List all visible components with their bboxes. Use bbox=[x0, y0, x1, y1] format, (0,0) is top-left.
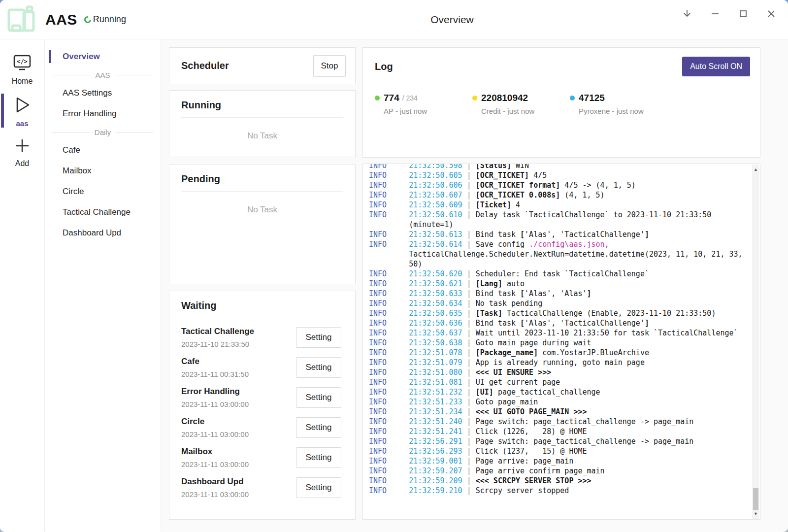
log-message-segment: [ bbox=[520, 319, 525, 328]
scroll-down-icon[interactable]: ▼ bbox=[752, 510, 759, 518]
log-timestamp: 21:32:50.614 bbox=[409, 240, 462, 249]
scheduler-status: Running bbox=[84, 14, 126, 25]
task-setting-button[interactable]: Setting bbox=[296, 477, 341, 498]
nav-panel: OverviewAASAAS SettingsError HandlingDai… bbox=[45, 39, 161, 532]
log-timestamp: 21:32:59.209 bbox=[409, 476, 462, 485]
log-message-segment: UI get current page bbox=[476, 378, 560, 387]
svg-text:</>: </> bbox=[17, 58, 28, 65]
log-timestamp: 21:32:56.291 bbox=[409, 437, 462, 446]
rail-item-aas[interactable]: aas bbox=[0, 90, 44, 132]
log-column: Log Auto Scroll ON 774/ 234AP - just now… bbox=[362, 47, 760, 520]
log-message-segment: [OCR_TICKET] bbox=[476, 171, 529, 180]
task-setting-button[interactable]: Setting bbox=[296, 447, 341, 468]
log-separator: | bbox=[462, 348, 476, 357]
log-message-segment: Page arrive confirm page_main bbox=[476, 466, 605, 475]
log-separator: | bbox=[462, 240, 476, 249]
log-separator: | bbox=[462, 230, 476, 239]
log-line: INFO 21:32:51.081 | UI get current page bbox=[369, 377, 744, 387]
log-message-segment: [OCR_TICKET format] bbox=[476, 181, 560, 190]
log-timestamp: 21:32:50.638 bbox=[409, 338, 462, 347]
log-timestamp: 21:32:51.233 bbox=[409, 398, 462, 406]
log-line: INFO 21:32:50.638 | Goto main page durin… bbox=[369, 338, 744, 348]
log-message-segment: Goto main page during wait bbox=[476, 338, 591, 347]
nav-item-aas-settings[interactable]: AAS Settings bbox=[45, 83, 161, 103]
stat-value-row: 774/ 234 bbox=[375, 93, 472, 103]
home-icon: </> bbox=[13, 54, 32, 74]
nav-item-dashboard-upd[interactable]: Dashboard Upd bbox=[45, 223, 161, 243]
waiting-task-row: Cafe2023-11-11 00:31:50Setting bbox=[181, 357, 341, 378]
dashboard-stat: 47125Pyroxene - just now bbox=[570, 93, 667, 115]
stat-caption: Credit - just now bbox=[481, 107, 570, 115]
log-level: INFO bbox=[369, 358, 387, 367]
log-message-segment: [Ticket] bbox=[476, 200, 511, 209]
log-message-segment: <<< SCRCPY SERVER STOP >>> bbox=[476, 476, 591, 485]
log-timestamp: 21:32:51.080 bbox=[409, 368, 462, 377]
waiting-card: Waiting Tactical Challenge2023-11-10 21:… bbox=[169, 291, 356, 520]
log-separator: | bbox=[462, 486, 476, 495]
task-setting-button[interactable]: Setting bbox=[296, 327, 341, 348]
waiting-task-list: Tactical Challenge2023-11-10 21:33:50Set… bbox=[169, 327, 355, 499]
log-message-segment: Page arrive: page_main bbox=[476, 457, 574, 466]
log-level: INFO bbox=[369, 427, 387, 436]
log-level: INFO bbox=[369, 171, 387, 180]
log-line: INFO 21:32:51.234 | <<< UI GOTO PAGE_MAI… bbox=[369, 407, 744, 417]
title-bar: AAS Running Overview bbox=[0, 0, 788, 39]
log-separator: | bbox=[462, 378, 476, 387]
task-column: Scheduler Stop Running No Task Pending N… bbox=[169, 47, 356, 520]
log-message-segment: page_tactical_challenge bbox=[493, 388, 600, 397]
task-info: Dashboard Upd2023-11-11 03:00:00 bbox=[181, 477, 249, 499]
log-message-segment: [Status] bbox=[476, 164, 511, 170]
download-update-icon[interactable] bbox=[681, 8, 693, 20]
divider bbox=[181, 191, 343, 192]
auto-scroll-button[interactable]: Auto Scroll ON bbox=[682, 57, 750, 76]
task-info: Circle2023-11-11 03:00:00 bbox=[181, 417, 249, 438]
nav-item-tactical-challenge[interactable]: Tactical Challenge bbox=[45, 202, 161, 223]
nav-item-mailbox[interactable]: Mailbox bbox=[45, 161, 161, 181]
stat-total: / 234 bbox=[402, 94, 418, 102]
stop-button[interactable]: Stop bbox=[313, 55, 346, 77]
log-timestamp: 21:32:50.610 bbox=[409, 210, 462, 219]
log-message-segment: ] bbox=[645, 230, 649, 239]
waiting-task-row: Tactical Challenge2023-11-10 21:33:50Set… bbox=[181, 327, 341, 348]
log-separator: | bbox=[462, 427, 476, 436]
task-setting-button[interactable]: Setting bbox=[296, 387, 341, 408]
close-icon[interactable] bbox=[765, 8, 777, 20]
log-message-segment: 'Alas', 'Alas' bbox=[525, 289, 587, 298]
log-level: INFO bbox=[369, 164, 387, 170]
log-level: INFO bbox=[369, 191, 387, 200]
nav-item-overview[interactable]: Overview bbox=[45, 46, 161, 67]
scroll-up-icon[interactable]: ▲ bbox=[752, 166, 759, 173]
log-timestamp: 21:32:51.240 bbox=[409, 417, 462, 426]
log-line: INFO 21:32:51.233 | Goto page_main bbox=[369, 397, 744, 407]
maximize-icon[interactable] bbox=[737, 8, 749, 20]
rail-item-home[interactable]: </>Home bbox=[0, 48, 44, 90]
minimize-icon[interactable] bbox=[709, 8, 721, 20]
task-setting-button[interactable]: Setting bbox=[296, 357, 341, 378]
rail-item-label: aas bbox=[16, 119, 28, 128]
nav-item-error-handling[interactable]: Error Handling bbox=[45, 103, 161, 124]
nav-item-circle[interactable]: Circle bbox=[45, 181, 161, 202]
log-timestamp: 21:32:50.598 bbox=[409, 164, 462, 170]
rail-item-add[interactable]: Add bbox=[0, 132, 44, 172]
log-timestamp: 21:32:50.620 bbox=[409, 269, 462, 278]
log-level: INFO bbox=[369, 319, 387, 328]
scrollbar-thumb[interactable] bbox=[753, 488, 758, 510]
log-scrollbar[interactable]: ▲ ▼ bbox=[752, 165, 759, 519]
log-level: INFO bbox=[369, 398, 387, 406]
stat-value-row: 47125 bbox=[570, 93, 667, 103]
running-spinner-icon bbox=[83, 15, 93, 25]
log-level: INFO bbox=[369, 338, 387, 347]
log-message-segment: [Lang] bbox=[476, 279, 502, 288]
task-next-run-time: 2023-11-11 03:00:00 bbox=[181, 490, 249, 499]
log-level: INFO bbox=[369, 240, 387, 249]
waiting-task-row: Dashboard Upd2023-11-11 03:00:00Setting bbox=[181, 477, 341, 499]
log-separator: | bbox=[462, 329, 476, 337]
rail-item-label: Add bbox=[15, 159, 29, 168]
log-separator: | bbox=[462, 164, 476, 170]
task-setting-button[interactable]: Setting bbox=[296, 417, 341, 438]
log-card: Log Auto Scroll ON 774/ 234AP - just now… bbox=[362, 47, 760, 158]
stat-dot-icon bbox=[375, 96, 380, 100]
log-line: INFO 21:32:50.634 | No task pending bbox=[369, 299, 744, 308]
stat-value: 220810942 bbox=[481, 93, 528, 103]
nav-item-cafe[interactable]: Cafe bbox=[45, 140, 161, 161]
